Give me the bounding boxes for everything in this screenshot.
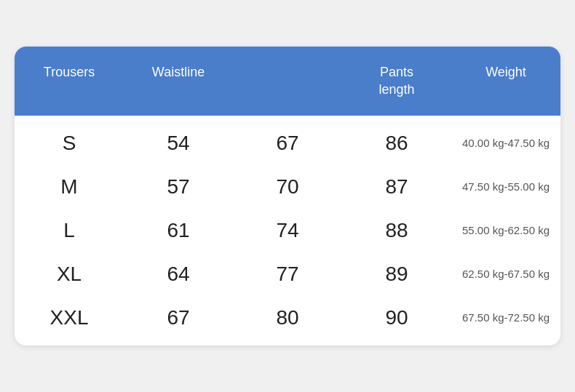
cell-weight: 67.50 kg-72.50 kg (451, 311, 560, 324)
cell-size: XXL (15, 306, 124, 329)
cell-pants-length: 86 (342, 132, 451, 155)
cell-waistline: 54 (124, 132, 233, 155)
cell-col3: 67 (233, 132, 342, 155)
header-waistline: Waistline (124, 58, 233, 104)
table-header: Trousers Waistline Pantslength Weight (15, 47, 560, 116)
cell-size: S (15, 132, 124, 155)
header-col3 (233, 58, 342, 104)
cell-weight: 55.00 kg-62.50 kg (451, 224, 560, 236)
cell-weight: 47.50 kg-55.00 kg (451, 180, 560, 193)
cell-col3: 77 (233, 263, 342, 286)
cell-pants-length: 89 (342, 263, 451, 286)
cell-weight: 40.00 kg-47.50 kg (451, 137, 560, 149)
cell-waistline: 64 (124, 263, 233, 286)
cell-col3: 70 (233, 175, 342, 199)
cell-col3: 80 (233, 306, 342, 329)
cell-weight: 62.50 kg-67.50 kg (451, 268, 560, 280)
table-row: M57708747.50 kg-55.00 kg (15, 165, 560, 209)
cell-waistline: 67 (124, 306, 233, 329)
table-row: XL64778962.50 kg-67.50 kg (15, 252, 560, 296)
header-trousers: Trousers (15, 58, 124, 104)
cell-pants-length: 87 (342, 175, 451, 199)
cell-size: L (15, 219, 124, 242)
cell-size: XL (15, 263, 124, 286)
header-pants-length: Pantslength (342, 58, 451, 104)
size-chart-card: Trousers Waistline Pantslength Weight S5… (15, 47, 560, 345)
header-weight: Weight (451, 58, 560, 104)
cell-waistline: 61 (124, 219, 233, 242)
cell-col3: 74 (233, 219, 342, 242)
cell-size: M (15, 175, 124, 199)
cell-pants-length: 90 (342, 306, 451, 329)
table-row: XXL67809067.50 kg-72.50 kg (15, 296, 560, 340)
cell-pants-length: 88 (342, 219, 451, 242)
cell-waistline: 57 (124, 175, 233, 199)
table-body: S54678640.00 kg-47.50 kgM57708747.50 kg-… (15, 116, 560, 345)
table-row: S54678640.00 kg-47.50 kg (15, 121, 560, 165)
table-row: L61748855.00 kg-62.50 kg (15, 209, 560, 252)
